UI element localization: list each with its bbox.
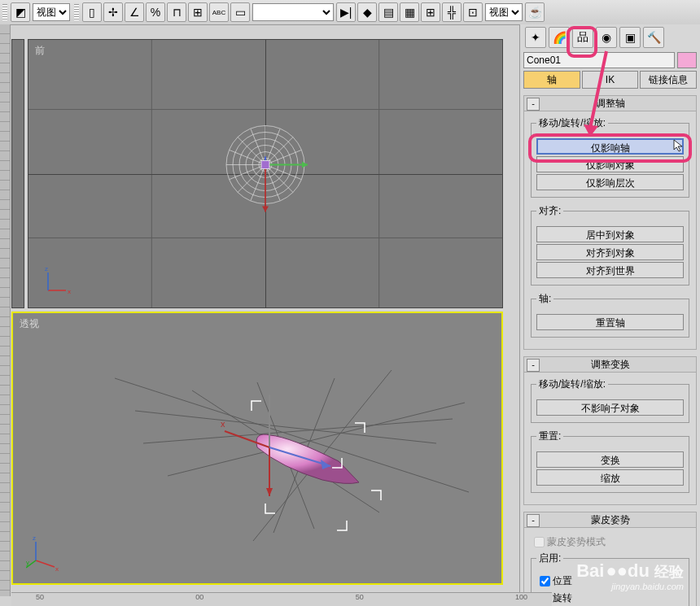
tool-icon[interactable]: ⊞ bbox=[421, 2, 440, 22]
group-align: 对齐: 居中到对象 对齐到对象 对齐到世界 bbox=[531, 204, 689, 286]
viewport-perspective[interactable]: 透视 x bbox=[11, 312, 503, 585]
group-label: 轴: bbox=[536, 292, 553, 306]
tool-icon[interactable]: ⊡ bbox=[463, 2, 483, 22]
viewport-front[interactable]: 前 bbox=[28, 39, 503, 308]
affect-object-only-button[interactable]: 仅影响对象 bbox=[536, 156, 684, 172]
group-label: 对齐: bbox=[536, 204, 563, 218]
align-to-object-button[interactable]: 对齐到对象 bbox=[536, 244, 684, 260]
group-label: 移动/旋转/缩放: bbox=[536, 377, 608, 391]
object-name-field[interactable] bbox=[523, 52, 675, 68]
tool-icon[interactable]: ✢ bbox=[103, 2, 123, 22]
collapse-icon[interactable]: - bbox=[527, 98, 540, 111]
top-toolbar: ◩ 视图 ▯ ✢ ∠ % ⊓ ⊞ ABC ▭ ▶| ◆ ▤ ▦ ⊞ ╬ ⊡ 视图… bbox=[0, 0, 700, 25]
rollout-adjust-transform: -调整变换 移动/旋转/缩放: 不影响子对象 重置: 变换 缩放 bbox=[523, 356, 697, 505]
utilities-tab-icon[interactable]: 🔨 bbox=[643, 27, 664, 48]
create-tab-icon[interactable]: ✦ bbox=[525, 27, 546, 48]
tool-icon[interactable]: ◩ bbox=[11, 2, 30, 22]
reset-pivot-button[interactable]: 重置轴 bbox=[536, 314, 684, 330]
axis-tripod-persp: xzy bbox=[26, 532, 67, 575]
group-pivot: 轴: 重置轴 bbox=[531, 292, 689, 338]
tool-abc-icon[interactable]: ABC bbox=[209, 2, 229, 22]
toolbar-grip-2[interactable] bbox=[74, 4, 79, 20]
rollout-header[interactable]: -调整轴 bbox=[524, 96, 696, 111]
rollout-title: 调整变换 bbox=[591, 359, 630, 370]
pivot-tab[interactable]: 轴 bbox=[523, 71, 580, 89]
reset-scale-button[interactable]: 缩放 bbox=[536, 469, 684, 486]
group-label: 启用: bbox=[536, 552, 563, 565]
svg-marker-21 bbox=[262, 206, 269, 211]
tool-icon[interactable]: ▤ bbox=[378, 2, 398, 22]
hierarchy-tab-icon[interactable]: 品 bbox=[572, 27, 593, 48]
dont-affect-children-button[interactable]: 不影响子对象 bbox=[536, 399, 684, 416]
rollout-adjust-pivot: -调整轴 移动/旋转/缩放: 仅影响轴 仅影响对象 仅影响层次 对齐: 居中到对… bbox=[523, 95, 697, 350]
skin-pose-mode-checkbox[interactable]: 蒙皮姿势模式 bbox=[531, 534, 689, 550]
modify-tab-icon[interactable]: 🌈 bbox=[549, 27, 570, 48]
enable-rotation-checkbox[interactable]: 旋转 bbox=[536, 591, 684, 606]
perspective-content: x bbox=[13, 313, 501, 583]
group-move-rotate-scale-2: 移动/旋转/缩放: 不影响子对象 bbox=[531, 377, 689, 423]
toolbar-grip[interactable] bbox=[2, 4, 7, 20]
group-label: 移动/旋转/缩放: bbox=[536, 116, 608, 130]
viewport-area: 前 bbox=[11, 39, 503, 585]
link-info-tab[interactable]: 链接信息 bbox=[640, 71, 697, 89]
viewport-narrow[interactable] bbox=[11, 39, 24, 308]
collapse-icon[interactable]: - bbox=[527, 514, 540, 527]
ik-tab[interactable]: IK bbox=[582, 71, 639, 89]
svg-text:x: x bbox=[221, 419, 225, 429]
svg-marker-40 bbox=[266, 488, 273, 496]
svg-text:z: z bbox=[45, 265, 48, 272]
svg-text:z: z bbox=[33, 534, 36, 542]
rollout-header[interactable]: -调整变换 bbox=[524, 357, 696, 373]
svg-text:x: x bbox=[68, 288, 71, 295]
color-swatch[interactable] bbox=[677, 52, 697, 68]
bottom-ruler: 500050100 bbox=[11, 592, 552, 606]
axis-tripod-front: xz bbox=[42, 264, 74, 299]
tool-icon[interactable]: ╬ bbox=[442, 2, 462, 22]
cursor-icon bbox=[672, 138, 687, 153]
selection-filter[interactable] bbox=[252, 3, 334, 21]
affect-hierarchy-only-button[interactable]: 仅影响层次 bbox=[536, 174, 684, 190]
command-tabs: ✦ 🌈 品 ◉ ▣ 🔨 bbox=[520, 24, 700, 50]
collapse-icon[interactable]: - bbox=[527, 359, 540, 372]
tool-icon[interactable]: ▶| bbox=[336, 2, 356, 22]
align-to-world-button[interactable]: 对齐到世界 bbox=[536, 262, 684, 278]
tool-icon[interactable]: ▯ bbox=[82, 2, 102, 22]
tool-icon[interactable]: ◆ bbox=[357, 2, 377, 22]
tool-icon[interactable]: ▦ bbox=[400, 2, 419, 22]
reset-transform-button[interactable]: 变换 bbox=[536, 451, 684, 468]
view-select-left[interactable]: 视图 bbox=[33, 3, 70, 21]
svg-text:x: x bbox=[55, 565, 59, 573]
snap-icon[interactable]: ⊓ bbox=[167, 2, 186, 22]
group-label: 重置: bbox=[536, 429, 563, 443]
watermark: Bai●●du 经验 jingyan.baidu.com bbox=[576, 560, 684, 591]
svg-rect-23 bbox=[261, 160, 269, 168]
svg-line-43 bbox=[36, 560, 55, 567]
cone-wireframe-front bbox=[217, 116, 314, 232]
affect-pivot-only-button[interactable]: 仅影响轴 bbox=[536, 138, 684, 155]
svg-marker-19 bbox=[302, 161, 308, 168]
group-reset: 重置: 变换 缩放 bbox=[531, 429, 689, 493]
rollout-header[interactable]: -蒙皮姿势 bbox=[524, 512, 696, 528]
snap-percent-icon[interactable]: % bbox=[146, 2, 165, 22]
center-to-object-button[interactable]: 居中到对象 bbox=[536, 226, 684, 242]
view-select-right[interactable]: 视图 bbox=[485, 3, 523, 21]
teapot-icon[interactable]: ☕ bbox=[525, 2, 545, 22]
snap-angle-icon[interactable]: ∠ bbox=[125, 2, 144, 22]
rollout-title: 调整轴 bbox=[596, 98, 625, 109]
tool-icon[interactable]: ⊞ bbox=[188, 2, 208, 22]
motion-tab-icon[interactable]: ◉ bbox=[596, 27, 617, 48]
command-panel: ✦ 🌈 品 ◉ ▣ 🔨 轴 IK 链接信息 -调整轴 移动/旋转/缩放: 仅影响… bbox=[519, 24, 700, 606]
display-tab-icon[interactable]: ▣ bbox=[619, 27, 641, 48]
group-move-rotate-scale: 移动/旋转/缩放: 仅影响轴 仅影响对象 仅影响层次 bbox=[531, 116, 689, 198]
svg-line-28 bbox=[115, 378, 469, 492]
tool-icon[interactable]: ▭ bbox=[230, 2, 250, 22]
svg-text:y: y bbox=[26, 559, 29, 566]
rollout-title: 蒙皮姿势 bbox=[591, 514, 630, 525]
left-ruler bbox=[0, 24, 11, 596]
